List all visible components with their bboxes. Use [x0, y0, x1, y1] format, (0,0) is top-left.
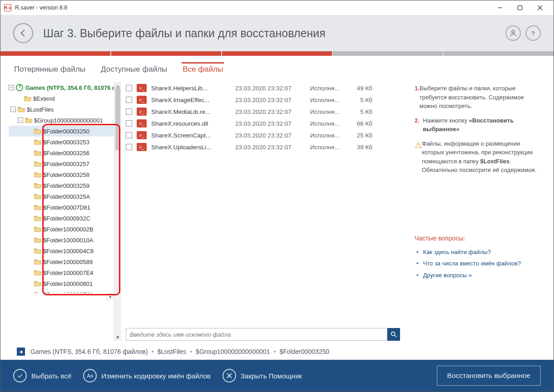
file-name: ShareX.ScreenCapt... — [151, 132, 231, 139]
tab-lost-files[interactable]: Потерянные файлы — [13, 62, 86, 78]
tree-item-folder[interactable]: $Folder10000002B — [9, 224, 121, 235]
help-step-number: 2. — [415, 116, 423, 134]
tree-item-folder[interactable]: $Folder100000E21 — [9, 289, 121, 293]
tree-item-folder[interactable]: $Folder00003257 — [9, 158, 121, 169]
file-checkbox[interactable] — [126, 120, 132, 127]
tree-horizontal-scrollbar[interactable]: ◄ ► — [9, 293, 121, 300]
tab-all-files[interactable]: Все файлы — [182, 62, 224, 78]
window-close-button[interactable] — [530, 1, 550, 15]
tree-item-folder[interactable]: $Folder100000589 — [9, 256, 121, 267]
breadcrumb-item[interactable]: Games (NTFS, 354.6 Гб, 81076 файлов) — [30, 348, 148, 355]
file-type: Исполня... — [310, 144, 343, 151]
executable-icon: >_ — [137, 96, 147, 104]
select-all-button[interactable]: Выбрать всё — [13, 369, 71, 382]
faq-link-number-names[interactable]: Что за числа вместо имён файлов? — [415, 259, 541, 268]
file-type: Исполня... — [310, 108, 343, 115]
faq-heading: Частые вопросы: — [415, 234, 541, 243]
file-row[interactable]: >_ShareX.ImageEffec...23.03.2020 23:32:0… — [126, 94, 402, 106]
file-date: 23.03.2020 23:32:07 — [235, 108, 306, 115]
file-size: 66 Кб — [347, 120, 372, 127]
file-type: Исполня... — [310, 97, 343, 103]
file-checkbox[interactable] — [126, 85, 132, 91]
breadcrumb-item[interactable]: $Folder00003250 — [280, 348, 330, 355]
file-type: Исполня... — [310, 120, 343, 127]
file-date: 23.03.2020 23:32:07 — [235, 144, 306, 151]
help-warning-text: Файлы, информация о размещении которых у… — [422, 139, 541, 175]
file-row[interactable]: >_ShareX.ScreenCapt...23.03.2020 23:32:0… — [126, 129, 402, 141]
file-type: Исполня... — [310, 132, 343, 139]
scroll-down-icon[interactable]: ▼ — [114, 333, 121, 341]
executable-icon: >_ — [137, 143, 147, 151]
breadcrumb-item[interactable]: $LostFiles — [157, 348, 186, 355]
file-checkbox[interactable] — [126, 97, 132, 103]
breadcrumb-item[interactable]: $Group100000000000001 — [196, 348, 270, 355]
file-size: 5 Кб — [347, 97, 372, 103]
tree-item-folder[interactable]: $Folder00003256 — [9, 147, 121, 158]
breadcrumb-back-button[interactable]: ◄ — [17, 348, 25, 356]
change-encoding-button[interactable]: Ая Изменить кодировку имён файлов — [83, 369, 211, 382]
file-list: >_ShareX.HelpersLib...23.03.2020 23:32:0… — [121, 82, 405, 341]
tab-available-files[interactable]: Доступные файлы — [100, 62, 168, 78]
window-maximize-button[interactable] — [510, 1, 530, 15]
file-date: 23.03.2020 23:32:07 — [235, 97, 306, 103]
file-type: Исполня... — [310, 85, 343, 92]
file-checkbox[interactable] — [126, 144, 132, 150]
help-step2-text: Нажмите кнопку «Восстановить выбранное» — [423, 116, 541, 134]
tree-item-folder[interactable]: $Folder00003250 — [9, 126, 121, 137]
warning-icon: ⚠ — [415, 139, 422, 175]
breadcrumb: ◄ Games (NTFS, 354.6 Гб, 81076 файлов) •… — [9, 343, 545, 360]
tree-item-folder[interactable]: $Folder0000932C — [9, 213, 121, 224]
wizard-progress — [0, 51, 554, 56]
close-assistant-button[interactable]: Закрыть Помощник — [223, 369, 302, 382]
tree-item-folder[interactable]: $Folder00003258 — [9, 169, 121, 180]
file-row[interactable]: >_ShareX.HelpersLib...23.03.2020 23:32:0… — [126, 82, 402, 94]
tree-item-group[interactable]: −$Group100000000000001 — [9, 115, 121, 126]
tree-item-folder[interactable]: $Folder00003259 — [9, 180, 121, 191]
search-input[interactable] — [126, 328, 387, 341]
back-button[interactable] — [13, 23, 33, 43]
file-checkbox[interactable] — [126, 132, 132, 138]
window-minimize-button[interactable] — [490, 1, 510, 15]
tree-item-lostfiles[interactable]: −$LostFiles — [9, 104, 121, 115]
file-row[interactable]: >_ShareX.UploadersLi...23.03.2020 23:32:… — [126, 141, 402, 153]
tree-item-folder[interactable]: $Folder0000325A — [9, 191, 121, 202]
scroll-left-icon[interactable]: ◄ — [107, 294, 113, 300]
file-size: 5 Кб — [347, 108, 372, 115]
folder-tree-panel: −Games (NTFS, 354.6 Гб, 81076 ф$Extend−$… — [9, 82, 121, 341]
encoding-icon: Ая — [83, 369, 97, 382]
tree-item-folder[interactable]: $Folder00007D81 — [9, 202, 121, 213]
file-checkbox[interactable] — [126, 108, 132, 115]
executable-icon: >_ — [137, 84, 147, 92]
file-name: ShareX.MediaLib.re... — [151, 108, 231, 115]
app-icon: R.s — [4, 4, 11, 11]
tree-item-folder[interactable]: $Folder1000007E4 — [9, 267, 121, 278]
file-date: 23.03.2020 23:32:07 — [235, 132, 306, 139]
svg-point-4 — [512, 30, 514, 33]
faq-link-find-files[interactable]: Как здесь найти файлы? — [415, 248, 541, 257]
svg-line-6 — [395, 335, 396, 337]
search-button[interactable] — [387, 328, 400, 341]
step-number: Шаг 3. — [43, 27, 77, 39]
tree-item-folder[interactable]: $Folder10000010A — [9, 235, 121, 245]
faq-link-other[interactable]: Другие вопросы » — [415, 271, 541, 280]
file-date: 23.03.2020 23:32:07 — [235, 85, 306, 92]
tree-item-extend[interactable]: $Extend — [9, 93, 121, 104]
step-header: Шаг 3. Выберите файлы и папки для восста… — [0, 15, 554, 51]
tree-item-folder[interactable]: $Folder1000004C8 — [9, 245, 121, 256]
recover-selected-button[interactable]: Восстановить выбранное — [437, 366, 541, 386]
file-name: ShareX.ImageEffec... — [151, 97, 231, 103]
scroll-thumb[interactable] — [115, 87, 120, 150]
tree-item-folder[interactable]: $Folder00003253 — [9, 137, 121, 147]
file-size: 49 Кб — [347, 85, 372, 92]
file-row[interactable]: >_ShareX.resources.dll23.03.2020 23:32:0… — [126, 118, 402, 129]
file-row[interactable]: >_ShareX.MediaLib.re...23.03.2020 23:32:… — [126, 106, 402, 118]
svg-point-5 — [391, 332, 395, 336]
executable-icon: >_ — [137, 131, 147, 139]
account-button[interactable] — [505, 25, 521, 41]
executable-icon: >_ — [137, 119, 147, 127]
tree-vertical-scrollbar[interactable]: ▲ ▼ — [114, 82, 121, 341]
tree-item-folder[interactable]: $Folder100000801 — [9, 278, 121, 289]
file-name: ShareX.HelpersLib... — [151, 85, 231, 92]
help-button[interactable]: ? — [525, 25, 541, 41]
tree-root[interactable]: −Games (NTFS, 354.6 Гб, 81076 ф — [9, 82, 121, 93]
